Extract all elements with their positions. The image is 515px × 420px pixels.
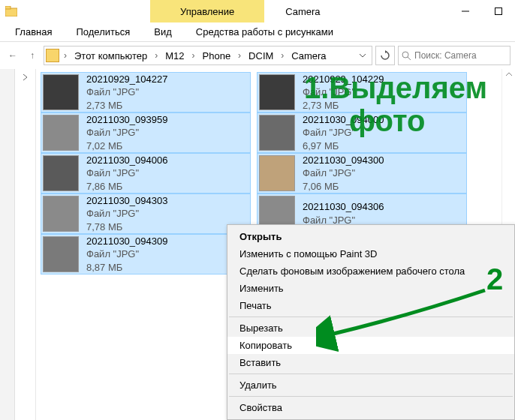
file-item[interactable]: 20211030_094006Файл "JPG"7,86 МБ <box>41 153 251 194</box>
maximize-button[interactable] <box>482 0 515 22</box>
file-type: Файл "JPG" <box>86 248 167 261</box>
nav-back-button[interactable]: ← <box>5 47 21 64</box>
context-menu-separator <box>229 396 513 397</box>
search-input[interactable]: Поиск: Camera <box>398 46 510 65</box>
minimize-button[interactable] <box>449 0 482 22</box>
chevron-right-icon[interactable]: › <box>189 50 198 61</box>
file-size: 7,86 МБ <box>86 180 167 194</box>
file-name: 20210929_104227 <box>86 73 167 86</box>
chevron-right-icon[interactable]: › <box>278 50 287 61</box>
nav-up-button[interactable]: ↑ <box>24 47 41 64</box>
file-type: Файл "JPG" <box>86 207 167 220</box>
file-item[interactable]: 20211030_094303Файл "JPG"7,78 МБ <box>41 194 251 234</box>
file-name: 20211030_094006 <box>86 154 167 167</box>
tab-share[interactable]: Поделиться <box>64 22 142 41</box>
file-item[interactable]: 20210929_104227Файл "JPG"2,73 МБ <box>41 72 251 112</box>
file-size: 7,06 МБ <box>303 180 384 194</box>
file-name: 20211030_094309 <box>86 235 167 248</box>
context-menu-item[interactable]: Печать <box>227 297 514 314</box>
svg-line-5 <box>408 57 411 60</box>
chevron-right-icon[interactable] <box>22 74 29 81</box>
file-name: 20211030_094303 <box>86 194 167 208</box>
file-size: 8,87 МБ <box>86 261 167 274</box>
ribbon-contextual-tab[interactable]: Управление <box>150 0 264 22</box>
file-type: Файл "JPG" <box>86 86 167 99</box>
address-bar[interactable]: › Этот компьютер › M12 › Phone › DCIM › … <box>44 46 372 65</box>
context-menu-item[interactable]: Копировать <box>227 337 514 354</box>
search-icon <box>402 51 411 61</box>
chevron-right-icon[interactable]: › <box>61 50 70 61</box>
breadcrumb-dcim[interactable]: DCIM <box>245 50 276 62</box>
file-name: 20211030_094000 <box>303 113 384 127</box>
context-menu[interactable]: ОткрытьИзменить с помощью Paint 3DСделат… <box>227 224 515 420</box>
chevron-right-icon[interactable]: › <box>152 50 161 61</box>
file-name: 20210929_104229 <box>303 73 384 86</box>
file-item[interactable]: 20211030_093959Файл "JPG"7,02 МБ <box>41 112 251 153</box>
svg-rect-0 <box>5 8 17 16</box>
address-row: ← ↑ › Этот компьютер › M12 › Phone › DCI… <box>0 42 515 69</box>
context-menu-separator <box>229 374 513 374</box>
file-size: 6,97 МБ <box>303 140 384 153</box>
file-type: Файл "JPG" <box>303 126 384 140</box>
svg-rect-1 <box>5 6 11 9</box>
scroll-up-icon[interactable] <box>505 70 513 78</box>
file-name: 20211030_094300 <box>303 154 384 167</box>
file-type: Файл "JPG" <box>86 126 167 140</box>
file-type: Файл "JPG" <box>303 166 384 180</box>
file-thumbnail <box>43 74 79 110</box>
file-name: 20211030_093959 <box>86 113 167 127</box>
breadcrumb-phone[interactable]: Phone <box>200 50 234 62</box>
window-title: Camera <box>264 6 341 17</box>
file-item[interactable]: 20211030_094300Файл "JPG"7,06 МБ <box>257 153 467 194</box>
context-menu-item[interactable]: Открыть <box>227 228 514 245</box>
file-thumbnail <box>43 236 79 272</box>
context-menu-item[interactable]: Изменить <box>227 280 514 297</box>
context-menu-separator <box>229 316 513 317</box>
context-menu-item[interactable]: Свойства <box>227 399 514 416</box>
titlebar: Управление Camera <box>0 0 515 22</box>
file-size: 7,02 МБ <box>86 140 167 153</box>
file-thumbnail <box>43 115 79 151</box>
tab-home[interactable]: Главная <box>3 22 64 41</box>
svg-point-4 <box>402 52 408 58</box>
tab-picture-tools[interactable]: Средства работы с рисунками <box>184 22 345 41</box>
context-menu-item[interactable]: Вырезать <box>227 320 514 337</box>
file-type: Файл "JPG" <box>86 166 167 180</box>
file-size: 2,73 МБ <box>86 99 167 112</box>
file-thumbnail <box>259 155 295 191</box>
file-thumbnail <box>259 74 295 110</box>
breadcrumb-camera[interactable]: Camera <box>288 50 329 62</box>
context-menu-item[interactable]: Вставить <box>227 354 514 371</box>
address-dropdown-button[interactable] <box>355 52 370 58</box>
file-name: 20211030_094306 <box>303 200 384 214</box>
search-placeholder: Поиск: Camera <box>414 50 477 61</box>
file-item[interactable]: 20211030_094309Файл "JPG"8,87 МБ <box>41 234 251 274</box>
context-menu-item[interactable]: Удалить <box>227 376 514 394</box>
tab-view[interactable]: Вид <box>142 22 184 41</box>
breadcrumb-m12[interactable]: M12 <box>162 50 187 62</box>
navigation-pane[interactable] <box>0 69 36 420</box>
svg-rect-3 <box>495 8 502 15</box>
breadcrumb-this-pc[interactable]: Этот компьютер <box>71 50 150 62</box>
file-size: 2,73 МБ <box>303 99 384 112</box>
context-menu-item[interactable]: Сделать фоновым изображением рабочего ст… <box>227 262 514 280</box>
folder-icon <box>46 49 59 62</box>
folder-app-icon <box>0 6 23 16</box>
file-thumbnail <box>43 196 79 232</box>
file-thumbnail <box>259 115 295 151</box>
refresh-button[interactable] <box>375 46 395 65</box>
file-thumbnail <box>43 155 79 191</box>
file-size: 7,78 МБ <box>86 220 167 234</box>
context-menu-item[interactable]: Изменить с помощью Paint 3D <box>227 245 514 262</box>
chevron-right-icon[interactable]: › <box>235 50 244 61</box>
file-type: Файл "JPG" <box>303 86 384 99</box>
file-item[interactable]: 20210929_104229Файл "JPG"2,73 МБ <box>257 72 467 112</box>
ribbon-tabs: Главная Поделиться Вид Средства работы с… <box>0 22 515 42</box>
file-item[interactable]: 20211030_094000Файл "JPG"6,97 МБ <box>257 112 467 153</box>
